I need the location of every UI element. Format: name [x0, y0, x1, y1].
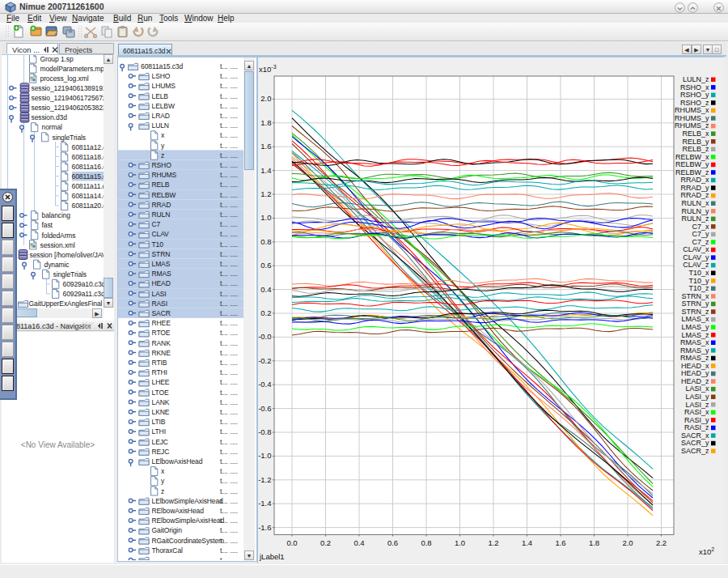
svg-text:1.2: 1.2 [488, 538, 498, 547]
svg-text:t... ....: t... .... [220, 82, 238, 90]
svg-text:CLAV_z: CLAV_z [683, 261, 709, 269]
svg-text:RELBW_x: RELBW_x [675, 153, 709, 161]
svg-text:normal: normal [42, 123, 63, 131]
svg-text:t... ....: t... .... [220, 368, 238, 376]
svg-text:RMAS_x: RMAS_x [680, 338, 709, 346]
svg-text:LASI_x: LASI_x [685, 385, 709, 393]
svg-text:-1.0: -1.0 [258, 451, 271, 460]
svg-text:T10_x: T10_x [688, 269, 709, 277]
svg-text:t... ....: t... .... [220, 250, 238, 258]
svg-text:session [/home/oliver/JAVA: session [/home/oliver/JAVA [30, 251, 104, 259]
svg-text:RRAD: RRAD [152, 201, 171, 209]
svg-text:STRN: STRN [152, 250, 171, 258]
svg-text:t... ....: t... .... [220, 102, 238, 110]
svg-text:0.4: 0.4 [353, 538, 364, 547]
svg-text:t... ....: t... .... [220, 408, 238, 416]
svg-text:t... ....: t... .... [220, 62, 238, 70]
svg-text:STRN_x: STRN_x [681, 292, 709, 300]
svg-text:RSHO: RSHO [152, 161, 172, 169]
svg-text:t... ....: t... .... [220, 191, 238, 199]
svg-text:-0.4: -0.4 [258, 380, 271, 389]
svg-text:RTIB: RTIB [152, 359, 167, 367]
svg-text:t... ....: t... .... [220, 487, 238, 495]
svg-text:t... ....: t... .... [220, 349, 238, 357]
svg-text:RASI_z: RASI_z [684, 423, 709, 431]
svg-text:0.2: 0.2 [260, 308, 271, 317]
svg-text:RElbowAxisHead: RElbowAxisHead [152, 507, 205, 515]
svg-text:t... ....: t... .... [220, 418, 238, 426]
svg-text:0.6: 0.6 [260, 261, 271, 270]
svg-text:-1.4: -1.4 [258, 499, 271, 508]
svg-text:RRAD_z: RRAD_z [680, 191, 709, 199]
svg-text:LTIB: LTIB [152, 418, 166, 426]
svg-text:LElbowSimpleAxisHead: LElbowSimpleAxisHead [152, 497, 224, 505]
svg-text:60811a15.c3d: 60811a15.c3d [141, 62, 183, 70]
svg-text:RHUMS_x: RHUMS_x [675, 106, 709, 114]
svg-text:1.2: 1.2 [260, 189, 271, 198]
svg-text:RANK: RANK [152, 339, 171, 347]
svg-text:RULN_y: RULN_y [681, 207, 709, 215]
svg-text:-0.0: -0.0 [258, 332, 271, 341]
svg-text:RELB_z: RELB_z [682, 145, 709, 153]
svg-text:LSHO: LSHO [152, 72, 171, 80]
svg-text:ThoraxCal: ThoraxCal [152, 546, 184, 555]
svg-text:RMAS_z: RMAS_z [680, 354, 709, 362]
svg-text:RHUMS: RHUMS [152, 171, 177, 179]
svg-text:t... ....: t... .... [220, 389, 238, 397]
svg-text:0.4: 0.4 [260, 285, 271, 294]
svg-text:60811a12.c3d: 60811a12.c3d [72, 143, 104, 151]
svg-text:HEAD_z: HEAD_z [681, 377, 709, 385]
svg-text:LRAD: LRAD [152, 112, 170, 120]
svg-text:RASI_y: RASI_y [684, 416, 709, 424]
svg-text:2.2: 2.2 [656, 538, 667, 547]
svg-text:Group 1.sp: Group 1.sp [40, 55, 74, 63]
svg-text:LELB: LELB [152, 92, 169, 100]
svg-text:2.0: 2.0 [260, 94, 271, 103]
svg-text:t... ....: t... .... [220, 359, 238, 367]
svg-text:1.8: 1.8 [260, 118, 271, 127]
svg-text:GaitUpperExAnglesFinal [/h: GaitUpperExAnglesFinal [/h [29, 300, 104, 308]
svg-text:LANK: LANK [152, 398, 170, 406]
svg-text:t... ....: t... .... [220, 526, 238, 534]
svg-text:t... ....: t... .... [220, 181, 238, 189]
svg-text:t... ....: t... .... [220, 210, 238, 219]
svg-text:t... ....: t... .... [220, 497, 238, 505]
svg-text:fast: fast [42, 221, 53, 229]
svg-text:1.4: 1.4 [260, 166, 271, 175]
svg-text:C7_y: C7_y [692, 230, 709, 238]
svg-text:LASI_z: LASI_z [685, 401, 709, 409]
svg-text:x: x [161, 467, 165, 475]
svg-text:process_log.xml: process_log.xml [40, 74, 89, 83]
svg-text:0.2: 0.2 [320, 538, 331, 547]
svg-text:HEAD_y: HEAD_y [681, 369, 709, 377]
svg-text:t... ....: t... .... [220, 427, 238, 436]
svg-text:t... ....: t... .... [220, 537, 238, 545]
svg-text:t... ....: t... .... [220, 300, 238, 308]
svg-text:y: y [161, 477, 165, 485]
svg-text:0.0: 0.0 [286, 538, 297, 547]
svg-text:0.6: 0.6 [387, 538, 398, 547]
svg-text:y: y [161, 142, 165, 150]
svg-text:RKNE: RKNE [152, 349, 171, 357]
svg-text:-0.6: -0.6 [258, 404, 271, 413]
svg-text:t... ....: t... .... [220, 151, 238, 159]
svg-text:60811a15.c3d: 60811a15.c3d [72, 172, 104, 181]
svg-text:modelParameters.mp: modelParameters.mp [40, 65, 104, 73]
svg-text:CLAV: CLAV [152, 230, 170, 238]
svg-text:SACR_z: SACR_z [681, 447, 709, 455]
svg-text:60811a18.c3d: 60811a18.c3d [72, 153, 104, 161]
svg-text:t... ....: t... .... [220, 329, 238, 337]
svg-text:60811a11.c3d: 60811a11.c3d [72, 182, 104, 190]
svg-text:RRAD_y: RRAD_y [680, 184, 709, 192]
svg-text:RSHO_x: RSHO_x [680, 83, 709, 91]
svg-text:t... ....: t... .... [220, 398, 238, 406]
svg-text:1.6: 1.6 [260, 142, 271, 151]
svg-text:SACR: SACR [152, 309, 171, 317]
svg-text:RULN_x: RULN_x [681, 199, 709, 207]
svg-text:CLAV_x: CLAV_x [683, 245, 709, 253]
svg-text:LMAS_x: LMAS_x [681, 315, 709, 323]
svg-text:t... ....: t... .... [220, 230, 238, 238]
svg-text:1.0: 1.0 [260, 213, 271, 222]
svg-text:RRAD_x: RRAD_x [680, 176, 709, 184]
svg-text:t... ....: t... .... [220, 290, 238, 298]
